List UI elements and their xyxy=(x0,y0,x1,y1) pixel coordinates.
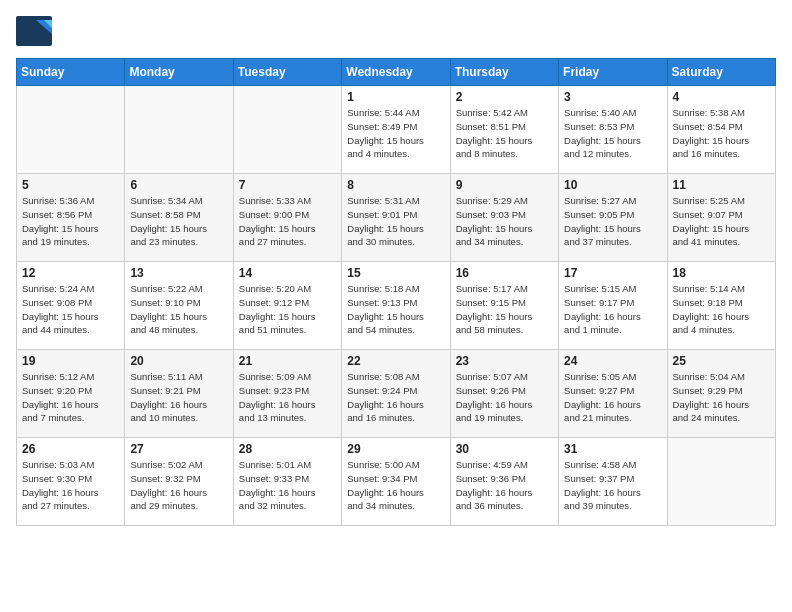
day-cell: 14Sunrise: 5:20 AM Sunset: 9:12 PM Dayli… xyxy=(233,262,341,350)
day-number: 17 xyxy=(564,266,661,280)
day-number: 29 xyxy=(347,442,444,456)
day-info: Sunrise: 5:09 AM Sunset: 9:23 PM Dayligh… xyxy=(239,370,336,425)
header-row: SundayMondayTuesdayWednesdayThursdayFrid… xyxy=(17,59,776,86)
day-cell: 26Sunrise: 5:03 AM Sunset: 9:30 PM Dayli… xyxy=(17,438,125,526)
day-number: 14 xyxy=(239,266,336,280)
day-cell: 22Sunrise: 5:08 AM Sunset: 9:24 PM Dayli… xyxy=(342,350,450,438)
day-info: Sunrise: 5:14 AM Sunset: 9:18 PM Dayligh… xyxy=(673,282,770,337)
day-cell: 2Sunrise: 5:42 AM Sunset: 8:51 PM Daylig… xyxy=(450,86,558,174)
day-number: 15 xyxy=(347,266,444,280)
day-number: 5 xyxy=(22,178,119,192)
day-info: Sunrise: 5:29 AM Sunset: 9:03 PM Dayligh… xyxy=(456,194,553,249)
day-info: Sunrise: 5:00 AM Sunset: 9:34 PM Dayligh… xyxy=(347,458,444,513)
week-row-2: 5Sunrise: 5:36 AM Sunset: 8:56 PM Daylig… xyxy=(17,174,776,262)
day-cell: 6Sunrise: 5:34 AM Sunset: 8:58 PM Daylig… xyxy=(125,174,233,262)
day-number: 26 xyxy=(22,442,119,456)
day-info: Sunrise: 5:24 AM Sunset: 9:08 PM Dayligh… xyxy=(22,282,119,337)
day-info: Sunrise: 5:03 AM Sunset: 9:30 PM Dayligh… xyxy=(22,458,119,513)
day-info: Sunrise: 5:27 AM Sunset: 9:05 PM Dayligh… xyxy=(564,194,661,249)
day-info: Sunrise: 5:02 AM Sunset: 9:32 PM Dayligh… xyxy=(130,458,227,513)
logo xyxy=(16,16,58,46)
day-number: 6 xyxy=(130,178,227,192)
header-cell-saturday: Saturday xyxy=(667,59,775,86)
week-row-1: 1Sunrise: 5:44 AM Sunset: 8:49 PM Daylig… xyxy=(17,86,776,174)
day-info: Sunrise: 5:36 AM Sunset: 8:56 PM Dayligh… xyxy=(22,194,119,249)
day-number: 21 xyxy=(239,354,336,368)
week-row-5: 26Sunrise: 5:03 AM Sunset: 9:30 PM Dayli… xyxy=(17,438,776,526)
day-cell: 12Sunrise: 5:24 AM Sunset: 9:08 PM Dayli… xyxy=(17,262,125,350)
header-cell-tuesday: Tuesday xyxy=(233,59,341,86)
day-info: Sunrise: 5:01 AM Sunset: 9:33 PM Dayligh… xyxy=(239,458,336,513)
day-cell: 23Sunrise: 5:07 AM Sunset: 9:26 PM Dayli… xyxy=(450,350,558,438)
day-number: 27 xyxy=(130,442,227,456)
day-cell: 28Sunrise: 5:01 AM Sunset: 9:33 PM Dayli… xyxy=(233,438,341,526)
day-cell xyxy=(667,438,775,526)
calendar-header: SundayMondayTuesdayWednesdayThursdayFrid… xyxy=(17,59,776,86)
page-header xyxy=(16,16,776,46)
header-cell-monday: Monday xyxy=(125,59,233,86)
day-number: 28 xyxy=(239,442,336,456)
day-cell: 29Sunrise: 5:00 AM Sunset: 9:34 PM Dayli… xyxy=(342,438,450,526)
day-info: Sunrise: 4:58 AM Sunset: 9:37 PM Dayligh… xyxy=(564,458,661,513)
day-number: 12 xyxy=(22,266,119,280)
day-number: 19 xyxy=(22,354,119,368)
day-cell: 4Sunrise: 5:38 AM Sunset: 8:54 PM Daylig… xyxy=(667,86,775,174)
day-cell: 5Sunrise: 5:36 AM Sunset: 8:56 PM Daylig… xyxy=(17,174,125,262)
day-info: Sunrise: 5:04 AM Sunset: 9:29 PM Dayligh… xyxy=(673,370,770,425)
day-number: 18 xyxy=(673,266,770,280)
day-info: Sunrise: 5:15 AM Sunset: 9:17 PM Dayligh… xyxy=(564,282,661,337)
day-cell: 3Sunrise: 5:40 AM Sunset: 8:53 PM Daylig… xyxy=(559,86,667,174)
day-cell: 11Sunrise: 5:25 AM Sunset: 9:07 PM Dayli… xyxy=(667,174,775,262)
day-info: Sunrise: 5:17 AM Sunset: 9:15 PM Dayligh… xyxy=(456,282,553,337)
day-info: Sunrise: 5:12 AM Sunset: 9:20 PM Dayligh… xyxy=(22,370,119,425)
header-cell-sunday: Sunday xyxy=(17,59,125,86)
header-cell-wednesday: Wednesday xyxy=(342,59,450,86)
day-number: 23 xyxy=(456,354,553,368)
day-cell: 17Sunrise: 5:15 AM Sunset: 9:17 PM Dayli… xyxy=(559,262,667,350)
day-cell: 21Sunrise: 5:09 AM Sunset: 9:23 PM Dayli… xyxy=(233,350,341,438)
week-row-3: 12Sunrise: 5:24 AM Sunset: 9:08 PM Dayli… xyxy=(17,262,776,350)
day-number: 16 xyxy=(456,266,553,280)
day-number: 9 xyxy=(456,178,553,192)
day-number: 10 xyxy=(564,178,661,192)
day-cell: 31Sunrise: 4:58 AM Sunset: 9:37 PM Dayli… xyxy=(559,438,667,526)
week-row-4: 19Sunrise: 5:12 AM Sunset: 9:20 PM Dayli… xyxy=(17,350,776,438)
day-info: Sunrise: 5:40 AM Sunset: 8:53 PM Dayligh… xyxy=(564,106,661,161)
day-number: 4 xyxy=(673,90,770,104)
day-number: 1 xyxy=(347,90,444,104)
day-info: Sunrise: 5:42 AM Sunset: 8:51 PM Dayligh… xyxy=(456,106,553,161)
day-number: 7 xyxy=(239,178,336,192)
day-number: 30 xyxy=(456,442,553,456)
day-cell xyxy=(17,86,125,174)
day-cell: 18Sunrise: 5:14 AM Sunset: 9:18 PM Dayli… xyxy=(667,262,775,350)
day-cell: 8Sunrise: 5:31 AM Sunset: 9:01 PM Daylig… xyxy=(342,174,450,262)
day-cell xyxy=(125,86,233,174)
calendar-table: SundayMondayTuesdayWednesdayThursdayFrid… xyxy=(16,58,776,526)
day-number: 13 xyxy=(130,266,227,280)
logo-icon xyxy=(16,16,52,46)
day-info: Sunrise: 5:33 AM Sunset: 9:00 PM Dayligh… xyxy=(239,194,336,249)
day-info: Sunrise: 5:20 AM Sunset: 9:12 PM Dayligh… xyxy=(239,282,336,337)
day-number: 25 xyxy=(673,354,770,368)
day-info: Sunrise: 5:08 AM Sunset: 9:24 PM Dayligh… xyxy=(347,370,444,425)
header-cell-thursday: Thursday xyxy=(450,59,558,86)
day-cell: 9Sunrise: 5:29 AM Sunset: 9:03 PM Daylig… xyxy=(450,174,558,262)
day-number: 20 xyxy=(130,354,227,368)
day-info: Sunrise: 5:31 AM Sunset: 9:01 PM Dayligh… xyxy=(347,194,444,249)
day-info: Sunrise: 5:44 AM Sunset: 8:49 PM Dayligh… xyxy=(347,106,444,161)
day-cell: 7Sunrise: 5:33 AM Sunset: 9:00 PM Daylig… xyxy=(233,174,341,262)
day-number: 11 xyxy=(673,178,770,192)
day-cell: 16Sunrise: 5:17 AM Sunset: 9:15 PM Dayli… xyxy=(450,262,558,350)
day-number: 2 xyxy=(456,90,553,104)
day-cell: 1Sunrise: 5:44 AM Sunset: 8:49 PM Daylig… xyxy=(342,86,450,174)
calendar-body: 1Sunrise: 5:44 AM Sunset: 8:49 PM Daylig… xyxy=(17,86,776,526)
day-cell: 25Sunrise: 5:04 AM Sunset: 9:29 PM Dayli… xyxy=(667,350,775,438)
day-info: Sunrise: 5:18 AM Sunset: 9:13 PM Dayligh… xyxy=(347,282,444,337)
day-info: Sunrise: 4:59 AM Sunset: 9:36 PM Dayligh… xyxy=(456,458,553,513)
day-cell: 24Sunrise: 5:05 AM Sunset: 9:27 PM Dayli… xyxy=(559,350,667,438)
day-cell: 10Sunrise: 5:27 AM Sunset: 9:05 PM Dayli… xyxy=(559,174,667,262)
day-cell: 20Sunrise: 5:11 AM Sunset: 9:21 PM Dayli… xyxy=(125,350,233,438)
day-cell xyxy=(233,86,341,174)
day-number: 24 xyxy=(564,354,661,368)
day-info: Sunrise: 5:11 AM Sunset: 9:21 PM Dayligh… xyxy=(130,370,227,425)
